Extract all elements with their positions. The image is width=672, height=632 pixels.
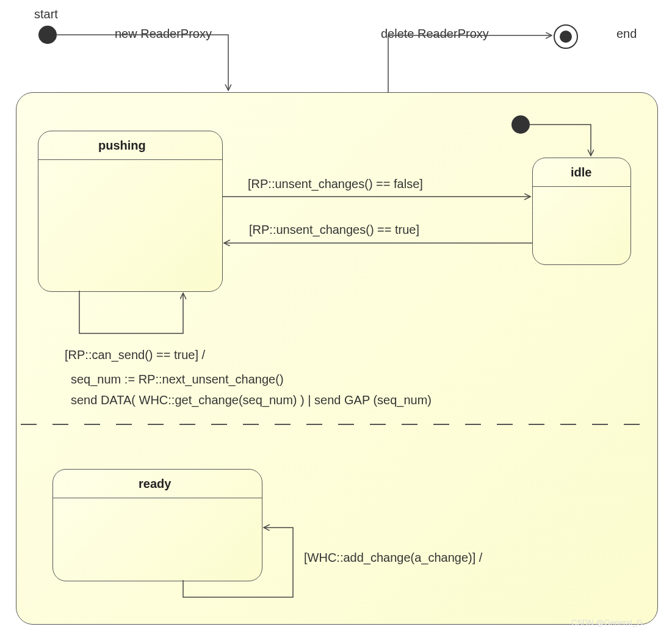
state-ready-title: ready <box>139 477 171 491</box>
state-diagram: start new ReaderProxy delete ReaderProxy… <box>0 0 672 632</box>
initial-node-start <box>38 26 57 44</box>
transition-pushing-self-action1: seq_num := RP::next_unsent_change() <box>71 372 284 387</box>
transition-idle-to-pushing: [RP::unsent_changes() == true] <box>249 223 419 237</box>
initial-node-inner <box>511 115 530 134</box>
state-idle: idle <box>532 158 631 265</box>
transition-pushing-to-idle: [RP::unsent_changes() == false] <box>248 177 423 191</box>
transition-ready-self: [WHC::add_change(a_change)] / <box>304 551 482 565</box>
state-pushing: pushing <box>38 131 223 292</box>
transition-pushing-self-guard: [RP::can_send() == true] / <box>65 348 205 362</box>
transition-delete-readerproxy: delete ReaderProxy <box>381 27 489 41</box>
state-idle-title: idle <box>571 165 591 180</box>
transition-new-readerproxy: new ReaderProxy <box>115 27 212 41</box>
state-pushing-title: pushing <box>98 139 146 153</box>
transition-pushing-self-action2: send DATA( WHC::get_change(seq_num) ) | … <box>71 393 432 407</box>
state-ready: ready <box>52 469 262 581</box>
end-label: end <box>616 27 637 41</box>
final-node <box>554 24 578 49</box>
watermark: CSDN @General_G <box>571 618 643 627</box>
start-label: start <box>34 7 58 21</box>
